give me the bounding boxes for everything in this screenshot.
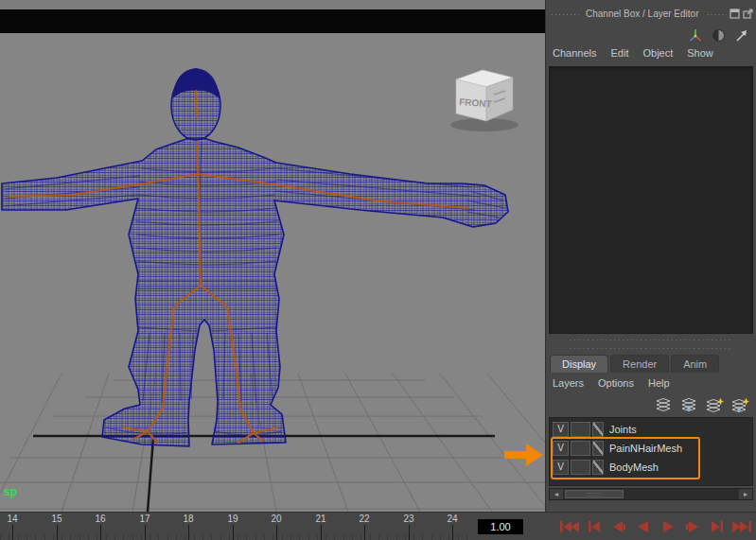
pointer-arrow-icon[interactable] [734, 28, 748, 43]
layer-stack-icon[interactable] [654, 397, 673, 413]
frame-label: 21 [309, 514, 332, 524]
menu-show[interactable]: Show [687, 47, 713, 59]
frame-tick [145, 525, 146, 540]
frame-label: 15 [45, 514, 68, 524]
panel-title: Channel Box / Layer Editor [586, 9, 699, 19]
scroll-track[interactable]: :::::: [563, 489, 739, 499]
frame-tick [233, 525, 234, 540]
frame-tick [364, 525, 365, 540]
channel-box-tools [688, 25, 748, 45]
layer-editor-tools [654, 394, 749, 415]
channel-list-area[interactable] [549, 66, 753, 334]
step-forward-frame-button[interactable] [705, 515, 730, 538]
layer-editor-tabs: Display Render Anim [550, 355, 719, 373]
frame-label: 17 [133, 514, 156, 524]
layer-visibility-toggle[interactable]: V [553, 441, 569, 456]
play-forwards-button[interactable] [656, 515, 680, 538]
create-empty-layer-icon[interactable] [705, 397, 724, 413]
layer-row-painnhairmesh[interactable]: V PainNHairMesh [550, 439, 752, 458]
viewport-3d[interactable]: FRONT sp [0, 0, 545, 512]
step-back-key-button[interactable] [607, 515, 631, 538]
drag-handle-dots[interactable]: ········ [707, 9, 728, 19]
minor-ticks [0, 534, 473, 540]
menu-edit[interactable]: Edit [610, 47, 628, 59]
step-forward-key-button[interactable] [680, 515, 705, 538]
menu-layers[interactable]: Layers [553, 377, 584, 389]
panel-splitter-dots[interactable]: ····································· [546, 337, 756, 344]
layer-row-bodymesh[interactable]: V BodyMesh [550, 458, 752, 477]
layer-display-type-cell[interactable] [571, 441, 590, 456]
layer-name[interactable]: Joints [606, 424, 637, 435]
layer-name[interactable]: BodyMesh [606, 462, 659, 473]
shaded-sphere-icon[interactable] [712, 28, 726, 43]
scroll-right-icon[interactable]: ▸ [739, 489, 752, 499]
timeline: 14 15 16 17 18 19 20 21 22 23 24 1.00 [0, 512, 756, 540]
frame-tick [276, 525, 277, 540]
layer-visibility-toggle[interactable]: V [553, 422, 569, 437]
tab-render[interactable]: Render [610, 355, 669, 373]
layer-stack-alt-icon[interactable] [679, 397, 698, 413]
layer-display-type-cell[interactable] [571, 422, 590, 437]
panel-popout-icon[interactable] [743, 9, 753, 19]
time-slider[interactable]: 14 15 16 17 18 19 20 21 22 23 24 [0, 513, 473, 540]
layer-list: V Joints V PainNHairMesh V BodyMesh [549, 417, 753, 486]
frame-label: 24 [441, 514, 464, 524]
go-to-start-button[interactable] [557, 515, 582, 538]
layer-color-swatch[interactable] [592, 460, 604, 475]
layer-editor-menubar: Layers Options Help [553, 377, 670, 389]
maya-window: FRONT sp ········ Channel Box / Layer Ed… [0, 0, 756, 540]
drag-handle-dots[interactable]: ········ [551, 9, 581, 19]
tab-display[interactable]: Display [550, 355, 608, 373]
panel-titlebar[interactable]: ········ Channel Box / Layer Editor ····… [551, 7, 753, 21]
frame-tick [321, 525, 322, 540]
menu-channels[interactable]: Channels [553, 47, 596, 59]
frame-tick [188, 525, 189, 540]
frame-tick [409, 525, 410, 540]
frame-label: 18 [177, 514, 200, 524]
frame-tick [100, 525, 101, 540]
frame-tick [57, 525, 58, 540]
frame-tick [12, 525, 13, 540]
frame-label: 16 [89, 514, 112, 524]
layer-name[interactable]: PainNHairMesh [606, 443, 682, 454]
panel-restore-icon[interactable] [730, 9, 740, 19]
menu-options[interactable]: Options [598, 377, 634, 389]
scroll-left-icon[interactable]: ◂ [550, 489, 563, 499]
frame-label: 20 [265, 514, 288, 524]
playback-controls [557, 515, 754, 538]
frame-label: 23 [397, 514, 420, 524]
view-cube[interactable]: FRONT [447, 62, 526, 134]
scroll-thumb[interactable]: :::::: [565, 490, 624, 498]
menu-object[interactable]: Object [642, 47, 673, 59]
channel-box-layer-editor-panel: ········ Channel Box / Layer Editor ····… [545, 0, 756, 512]
panel-splitter-dots[interactable]: ····································· [546, 345, 756, 353]
layer-scrollbar[interactable]: ◂ :::::: ▸ [549, 488, 753, 500]
layer-color-swatch[interactable] [592, 441, 604, 456]
camera-label: sp [4, 485, 17, 498]
frame-label: 14 [1, 514, 24, 524]
step-back-frame-button[interactable] [582, 515, 607, 538]
frame-tick [452, 525, 453, 540]
axis-tripod-icon[interactable] [688, 27, 703, 43]
layer-row-joints[interactable]: V Joints [550, 420, 752, 439]
layer-display-type-cell[interactable] [571, 460, 590, 475]
channel-box-menubar: Channels Edit Object Show [553, 47, 713, 59]
layer-visibility-toggle[interactable]: V [553, 460, 569, 475]
tab-anim[interactable]: Anim [671, 355, 719, 373]
character-wireframe [2, 68, 508, 446]
play-backwards-button[interactable] [631, 515, 656, 538]
menu-help[interactable]: Help [648, 377, 670, 389]
current-time-field[interactable]: 1.00 [478, 519, 523, 534]
layer-color-swatch[interactable] [592, 422, 604, 437]
frame-label: 22 [353, 514, 376, 524]
create-layer-from-selected-icon[interactable] [730, 397, 749, 413]
annotation-arrow-icon [504, 443, 544, 467]
frame-label: 19 [221, 514, 244, 524]
go-to-end-button[interactable] [730, 515, 754, 538]
